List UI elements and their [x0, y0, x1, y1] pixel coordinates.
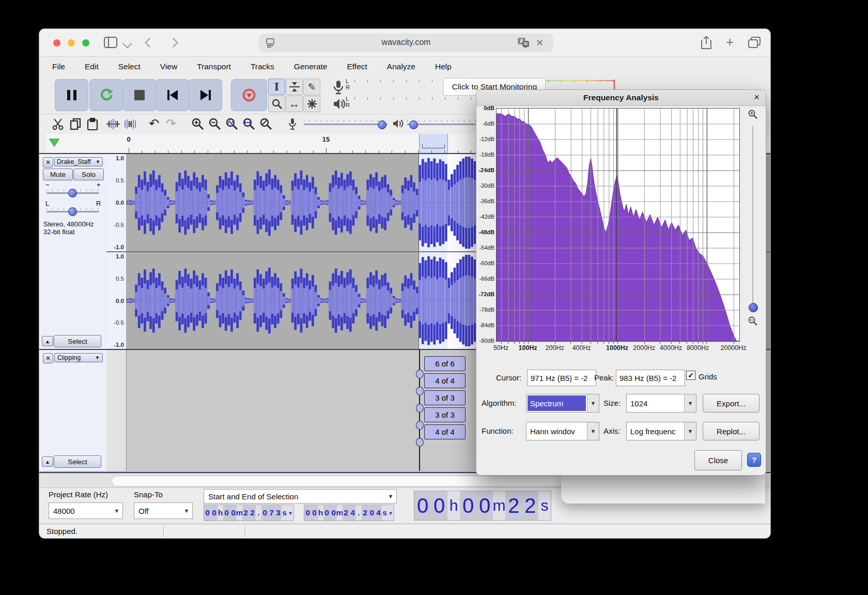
envelope-tool[interactable] [286, 79, 303, 95]
time-digit[interactable]: 0 [304, 505, 311, 521]
zoom-window-button[interactable] [82, 39, 89, 47]
time-digit[interactable]: 0 [431, 491, 447, 520]
time-digit[interactable]: 0 [211, 505, 218, 521]
undo-button[interactable]: ↶ [146, 116, 162, 131]
size-select[interactable]: 1024▼ [626, 394, 696, 413]
export-button[interactable]: Export... [703, 394, 760, 413]
gain-slider-thumb[interactable] [68, 189, 77, 197]
solo-button[interactable]: Solo [73, 169, 104, 180]
track-label[interactable]: 4 of 4 [424, 424, 466, 439]
time-digit[interactable]: 0 [261, 505, 268, 521]
track-label[interactable]: 3 of 3 [424, 407, 466, 422]
chevron-down-icon[interactable] [124, 40, 131, 49]
collapse-track-button[interactable]: ▲ [42, 456, 53, 467]
close-window-button[interactable] [53, 39, 60, 47]
time-digit[interactable]: 0 [323, 505, 330, 521]
close-track-button[interactable]: ✕ [43, 157, 53, 167]
zoom-out-icon[interactable] [748, 316, 758, 326]
time-digit[interactable]: s [538, 491, 551, 520]
selection-end-time[interactable]: 00h00m24.204s▾ [304, 505, 394, 521]
tab-overview-icon[interactable] [748, 37, 761, 48]
pause-button[interactable] [55, 79, 88, 111]
zoom-tool[interactable] [268, 96, 285, 112]
share-icon[interactable] [701, 36, 712, 50]
skip-to-start-button[interactable] [156, 79, 189, 111]
minimize-window-button[interactable] [68, 39, 75, 47]
menu-select[interactable]: Select [118, 62, 141, 71]
draw-tool[interactable]: ✎ [303, 79, 320, 95]
selection-tool[interactable]: I [268, 79, 285, 95]
redo-button[interactable]: ↷ [163, 116, 179, 131]
grids-checkbox[interactable]: ✓ [686, 371, 695, 380]
time-digit[interactable]: 2 [362, 505, 368, 521]
time-digit[interactable]: 4 [349, 505, 356, 521]
time-digit[interactable]: h [447, 491, 460, 520]
function-select[interactable]: Hann windov▼ [526, 422, 599, 440]
help-button[interactable]: ? [747, 453, 761, 467]
cut-button[interactable] [51, 116, 66, 132]
time-digit[interactable]: m [493, 491, 505, 520]
label-handle[interactable] [416, 438, 424, 447]
time-digit[interactable]: . [256, 505, 261, 521]
timeshift-tool[interactable]: ↔ [286, 96, 303, 112]
track-label[interactable]: 4 of 4 [424, 373, 466, 388]
time-digit[interactable]: 3 [275, 505, 282, 521]
zoom-in-button[interactable] [190, 116, 206, 132]
paste-button[interactable] [85, 116, 100, 132]
menu-file[interactable]: File [52, 62, 65, 71]
zoom-in-icon[interactable] [748, 110, 758, 119]
collapse-track-button[interactable]: ▲ [42, 336, 53, 346]
playback-meter-speaker-icon[interactable] [333, 98, 346, 110]
track-select-button[interactable]: Select [54, 455, 101, 468]
time-digit[interactable]: 7 [268, 505, 275, 521]
time-digit[interactable]: 2 [249, 505, 256, 521]
plot-zoom-thumb[interactable] [749, 303, 758, 312]
time-digit[interactable]: 0 [414, 491, 431, 520]
url-bar[interactable]: wavacity.com A ✕ [259, 34, 553, 52]
close-track-button[interactable]: ✕ [43, 353, 53, 363]
menu-tracks[interactable]: Tracks [251, 62, 274, 71]
stop-button[interactable] [122, 79, 156, 111]
fit-project-button[interactable] [241, 116, 257, 132]
sidebar-icon[interactable] [104, 37, 117, 48]
forward-button[interactable] [170, 39, 177, 48]
back-button[interactable] [146, 39, 153, 48]
playback-volume-thumb[interactable] [409, 120, 418, 129]
label-handle[interactable] [416, 421, 424, 430]
fit-selection-button[interactable] [224, 116, 240, 132]
time-digit[interactable]: 0 [311, 505, 318, 521]
axis-select[interactable]: Log frequenc▼ [626, 422, 696, 440]
menu-effect[interactable]: Effect [347, 62, 367, 71]
audio-position-display[interactable]: 00h00m22s [414, 491, 551, 521]
time-format-arrow[interactable]: ▾ [388, 505, 394, 521]
label-handle[interactable] [416, 404, 424, 413]
label-handle[interactable] [416, 370, 424, 378]
plot-zoom-slider[interactable] [752, 126, 753, 310]
time-digit[interactable]: 2 [242, 505, 249, 521]
timeline-selection[interactable] [419, 134, 448, 153]
time-digit[interactable]: h [218, 505, 223, 521]
trim-audio-button[interactable] [105, 116, 121, 132]
translate-icon[interactable]: A [517, 37, 530, 49]
label-handle[interactable] [416, 387, 424, 395]
time-digit[interactable]: 2 [505, 491, 522, 520]
track-title-menu[interactable]: Clipping▼ [54, 353, 103, 362]
menu-transport[interactable]: Transport [197, 62, 231, 71]
zoom-toggle-button[interactable] [258, 116, 274, 132]
time-digit[interactable]: 4 [375, 505, 382, 521]
stop-loading-icon[interactable]: ✕ [536, 37, 544, 49]
time-format-arrow[interactable]: ▾ [287, 505, 293, 521]
record-volume-thumb[interactable] [378, 120, 386, 129]
pinned-play-head-icon[interactable] [49, 139, 59, 146]
play-button[interactable] [89, 79, 123, 111]
time-digit[interactable]: h [318, 505, 323, 521]
track-title-menu[interactable]: Drake_Staff▼ [54, 157, 103, 166]
selection-mode-select[interactable]: Start and End of Selection▼ [204, 489, 397, 504]
time-digit[interactable]: 2 [343, 505, 349, 521]
selection-start-time[interactable]: 00h00m22.073s▾ [204, 505, 294, 521]
time-digit[interactable]: m [237, 505, 242, 521]
dialog-close-icon[interactable]: × [754, 91, 760, 103]
mute-button[interactable]: Mute [43, 169, 73, 180]
time-digit[interactable]: 0 [460, 491, 476, 520]
copy-button[interactable] [68, 116, 83, 132]
